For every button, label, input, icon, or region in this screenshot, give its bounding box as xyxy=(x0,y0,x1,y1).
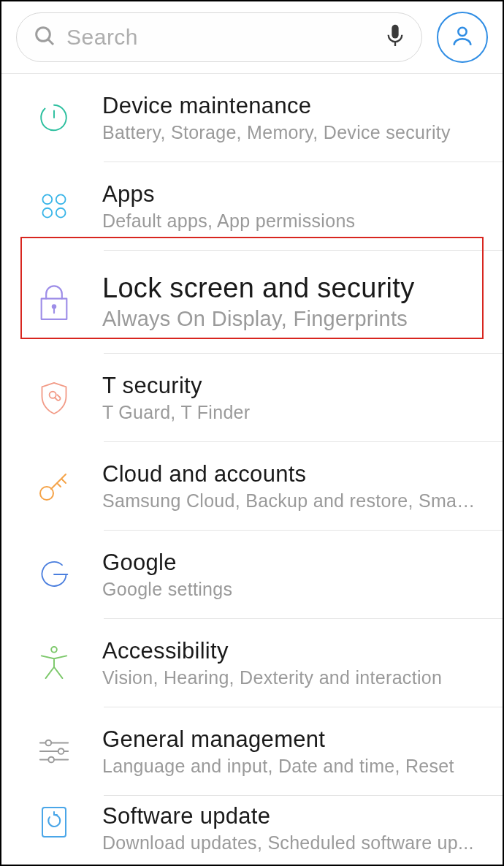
svg-point-4 xyxy=(458,28,466,36)
apps-icon xyxy=(35,187,73,225)
profile-button[interactable] xyxy=(437,12,488,63)
microphone-icon[interactable] xyxy=(385,23,405,51)
maintenance-icon xyxy=(35,99,73,137)
settings-item-apps[interactable]: AppsDefault apps, App permissions xyxy=(1,162,503,250)
svg-point-21 xyxy=(48,757,54,763)
svg-point-6 xyxy=(56,194,66,204)
svg-line-1 xyxy=(48,39,53,45)
settings-item-t-security[interactable]: T securityT Guard, T Finder xyxy=(1,354,503,441)
search-input[interactable]: Search xyxy=(16,12,422,62)
key-icon xyxy=(35,467,73,505)
settings-item-title: Lock screen and security xyxy=(102,273,478,304)
settings-item-title: Google xyxy=(102,550,478,576)
svg-point-17 xyxy=(46,740,52,746)
profile-icon xyxy=(450,23,475,51)
settings-item-device-maintenance[interactable]: Device maintenanceBattery, Storage, Memo… xyxy=(1,74,503,162)
svg-point-15 xyxy=(51,647,57,653)
settings-item-title: Cloud and accounts xyxy=(102,461,478,487)
settings-item-title: Accessibility xyxy=(102,638,478,664)
sliders-icon xyxy=(35,732,73,770)
svg-point-19 xyxy=(58,748,64,754)
svg-rect-2 xyxy=(392,25,398,39)
settings-item-title: Device maintenance xyxy=(102,93,478,119)
settings-item-subtitle: Vision, Hearing, Dexterity and interacti… xyxy=(102,667,478,688)
search-placeholder: Search xyxy=(66,25,375,50)
settings-item-subtitle: Default apps, App permissions xyxy=(102,210,478,232)
accessibility-icon xyxy=(35,644,73,682)
settings-item-software[interactable]: Software updateDownload updates, Schedul… xyxy=(1,796,503,861)
settings-item-title: General management xyxy=(102,726,478,753)
update-icon xyxy=(35,803,73,841)
settings-item-subtitle: Google settings xyxy=(102,579,478,600)
settings-item-title: Software update xyxy=(102,803,478,829)
settings-item-subtitle: Samsung Cloud, Backup and restore, Smart… xyxy=(102,490,478,512)
settings-item-subtitle: Always On Display, Fingerprints xyxy=(102,307,478,331)
settings-item-accessibility[interactable]: AccessibilityVision, Hearing, Dexterity … xyxy=(1,619,503,707)
lock-icon xyxy=(31,279,76,324)
settings-item-subtitle: T Guard, T Finder xyxy=(102,402,478,423)
shield-icon xyxy=(35,379,73,417)
settings-item-general[interactable]: General managementLanguage and input, Da… xyxy=(1,707,503,795)
svg-point-5 xyxy=(42,194,52,204)
svg-point-7 xyxy=(42,208,52,218)
settings-item-google[interactable]: GoogleGoogle settings xyxy=(1,531,503,618)
search-icon xyxy=(33,24,56,50)
settings-item-subtitle: Battery, Storage, Memory, Device securit… xyxy=(102,122,478,143)
settings-item-title: T security xyxy=(102,373,478,399)
settings-item-lock-screen[interactable]: Lock screen and securityAlways On Displa… xyxy=(1,251,503,353)
settings-item-cloud[interactable]: Cloud and accountsSamsung Cloud, Backup … xyxy=(1,442,503,530)
svg-point-0 xyxy=(37,28,50,42)
header: Search xyxy=(1,1,503,74)
svg-point-8 xyxy=(56,208,66,218)
settings-item-subtitle: Download updates, Scheduled software up.… xyxy=(102,832,478,854)
google-icon xyxy=(35,555,73,593)
settings-item-title: Apps xyxy=(102,181,478,208)
settings-item-subtitle: Language and input, Date and time, Reset xyxy=(102,756,478,777)
settings-list: Device maintenanceBattery, Storage, Memo… xyxy=(1,74,503,861)
